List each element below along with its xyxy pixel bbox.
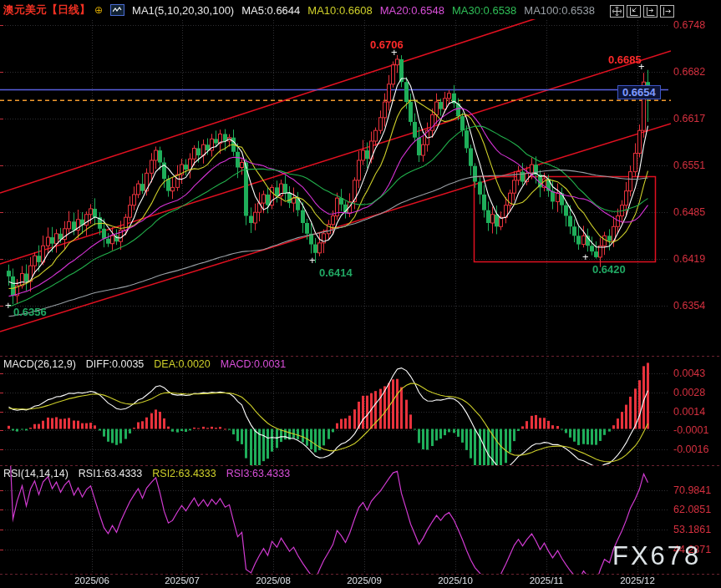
date-axis-label: 2025/08: [256, 575, 291, 585]
price-annotation: 0.6356: [13, 306, 47, 318]
pan-icon[interactable]: [610, 5, 624, 18]
rsi-axis-label: 62.0851: [673, 504, 711, 515]
chart-toolbar: [610, 5, 674, 18]
macd-diff-value: DIFF:0.0035: [86, 358, 144, 370]
rsi-axis-label: 53.1861: [673, 524, 711, 535]
macd-dea-value: DEA:0.0020: [154, 358, 210, 370]
ma100-value: MA100:0.6538: [524, 4, 595, 17]
rsi-axis-label: 70.9841: [673, 484, 711, 496]
macd-params-label: MACD(26,12,9): [3, 358, 76, 370]
ma-params-label: MA1(5,10,20,30,100): [132, 4, 234, 17]
last-price-tag: 0.6654: [617, 85, 661, 99]
rsi3-value: RSI3:63.4333: [226, 468, 290, 479]
zoom-x-axis-icon[interactable]: [643, 5, 658, 18]
chart-canvas[interactable]: [0, 0, 721, 588]
price-axis-label: 0.6551: [673, 160, 705, 171]
swing-marker-icon: +: [638, 62, 645, 71]
date-axis-label: 2025/09: [347, 575, 382, 585]
rsi2-value: RSI2:63.4333: [152, 468, 216, 479]
price-axis-label: 0.6748: [673, 19, 705, 31]
price-annotation: 0.6414: [319, 266, 353, 279]
macd-axis-label: 0.0028: [673, 387, 705, 398]
instrument-title: 澳元美元【日线】: [3, 3, 90, 18]
price-axis-label: 0.6419: [673, 253, 705, 265]
swing-marker-icon: +: [582, 252, 589, 261]
ma5-value: MA5:0.6644: [241, 4, 300, 17]
macd-axis-label: -0.0016: [673, 444, 708, 455]
macd-header: MACD(26,12,9) DIFF:0.0035 DEA:0.0020 MAC…: [3, 358, 286, 370]
macd-axis-label: 0.0043: [673, 368, 705, 379]
macd-value: MACD:0.0031: [221, 358, 287, 370]
date-axis-label: 2025/10: [438, 575, 473, 585]
expand-icon[interactable]: ⊕: [94, 4, 103, 16]
price-annotation: 0.6706: [370, 38, 404, 51]
brand-watermark: FX678: [612, 541, 701, 571]
date-axis-label: 2025/11: [530, 575, 564, 585]
rsi-params-label: RSI(14,14,14): [3, 468, 69, 479]
price-axis-label: 0.6682: [673, 66, 705, 78]
date-axis-label: 2025/12: [620, 575, 655, 585]
chart-header: 澳元美元【日线】 ⊕ MA1(5,10,20,30,100) MA5:0.664…: [3, 3, 595, 18]
ma20-value: MA20:0.6548: [380, 4, 444, 17]
date-axis-label: 2025/06: [74, 575, 109, 585]
rsi-header: RSI(14,14,14) RSI1:63.4333 RSI2:63.4333 …: [3, 468, 290, 479]
indicator-chip-icon: [110, 4, 124, 16]
pan-right-icon[interactable]: [660, 5, 674, 18]
price-annotation: 0.6685: [608, 53, 642, 66]
macd-axis-label: 0.0014: [673, 406, 705, 418]
price-annotation: 0.6420: [592, 263, 626, 276]
price-axis-label: 0.6485: [673, 206, 705, 218]
trading-chart-window: 澳元美元【日线】 ⊕ MA1(5,10,20,30,100) MA5:0.664…: [0, 0, 721, 588]
ma10-value: MA10:0.6608: [307, 4, 372, 17]
date-axis-label: 2025/07: [165, 575, 200, 585]
zoom-y-axis-icon[interactable]: [627, 5, 641, 18]
swing-marker-icon: +: [391, 48, 398, 57]
ma30-value: MA30:0.6538: [452, 4, 516, 17]
swing-marker-icon: +: [309, 256, 316, 265]
rsi1-value: RSI1:63.4333: [79, 468, 142, 479]
price-axis-label: 0.6354: [673, 300, 705, 312]
swing-marker-icon: +: [5, 301, 12, 310]
price-axis-label: 0.6617: [673, 113, 705, 124]
macd-axis-label: -0.0001: [673, 424, 708, 436]
